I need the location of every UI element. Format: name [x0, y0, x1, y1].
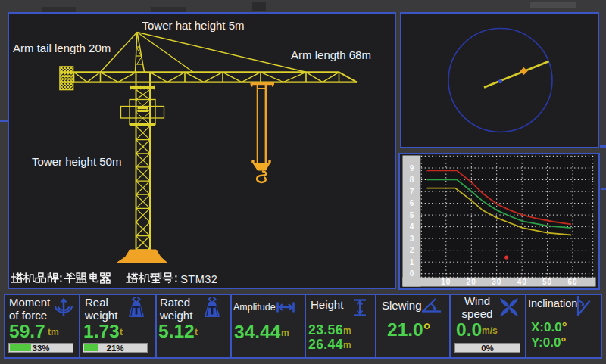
svg-text:9: 9	[410, 164, 414, 173]
svg-text:20: 20	[467, 278, 476, 286]
svg-text:1: 1	[410, 258, 414, 266]
svg-text:8: 8	[410, 176, 414, 184]
svg-text:7: 7	[410, 188, 414, 196]
svg-text:Tower height 50m: Tower height 50m	[32, 155, 121, 168]
svg-text:2: 2	[410, 246, 414, 254]
svg-text:4: 4	[410, 222, 414, 231]
svg-text:5: 5	[410, 211, 414, 219]
svg-text:3: 3	[410, 235, 414, 243]
svg-text:40: 40	[517, 278, 527, 286]
svg-text:Arm length 68m: Arm length 68m	[291, 48, 371, 61]
svg-text:6: 6	[410, 199, 414, 207]
svg-text:Arm tail length 20m: Arm tail length 20m	[13, 42, 111, 54]
svg-text:STM32: STM32	[180, 273, 217, 285]
svg-text:0: 0	[410, 269, 414, 278]
svg-text:50: 50	[542, 278, 552, 286]
svg-text:10: 10	[441, 278, 451, 286]
svg-text:30: 30	[492, 278, 501, 286]
svg-text:60: 60	[567, 278, 577, 286]
svg-text:Tower hat height 5m: Tower hat height 5m	[142, 19, 244, 32]
